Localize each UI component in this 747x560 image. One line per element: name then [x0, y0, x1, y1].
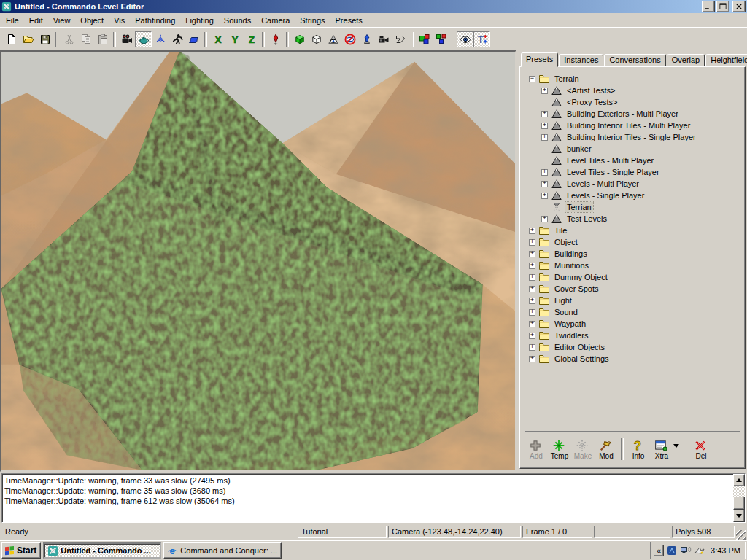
viewport-3d[interactable]	[0, 50, 516, 472]
menu-vis[interactable]: Vis	[109, 15, 130, 26]
tree-item-twiddlers[interactable]: +Twiddlers	[525, 330, 740, 341]
wireframe-view-button[interactable]	[308, 31, 325, 47]
lock-x-button[interactable]: X	[209, 31, 226, 47]
lock-y-button[interactable]: Y	[226, 31, 243, 47]
tab-overlap[interactable]: Overlap	[667, 54, 705, 66]
waypoint-ribbon-button[interactable]	[185, 31, 202, 47]
tab-instances[interactable]: Instances	[559, 54, 603, 66]
expand-box[interactable]: +	[541, 111, 548, 117]
save-button[interactable]	[36, 31, 53, 47]
menu-edit[interactable]: Edit	[24, 15, 48, 26]
new-button[interactable]	[3, 31, 20, 47]
expand-box[interactable]: +	[529, 262, 535, 269]
menu-pathfinding[interactable]: Pathfinding	[130, 15, 180, 26]
expand-box[interactable]: +	[541, 216, 548, 222]
menu-object[interactable]: Object	[75, 15, 109, 26]
log-scrollbar[interactable]	[733, 474, 745, 522]
axis-gizmo-button[interactable]	[152, 31, 169, 47]
spotlight-button[interactable]	[358, 31, 375, 47]
tray-app-icon[interactable]	[666, 545, 678, 556]
expand-box[interactable]: +	[529, 274, 535, 281]
menu-camera[interactable]: Camera	[256, 15, 295, 26]
toggle-visibility-button[interactable]	[457, 31, 473, 47]
menu-lighting[interactable]: Lighting	[180, 15, 219, 26]
temp-button[interactable]: Temp	[548, 439, 571, 460]
expand-box[interactable]: +	[529, 251, 535, 257]
scroll-down-button[interactable]	[733, 510, 745, 522]
tree-item-proxy-tests[interactable]: <Proxy Tests>	[525, 96, 740, 108]
expand-box[interactable]: +	[529, 321, 535, 327]
close-button[interactable]	[732, 1, 746, 12]
collapse-chevron[interactable]: «	[654, 545, 664, 556]
render-teapot-button[interactable]	[135, 31, 152, 47]
lock-z-button[interactable]: Z	[243, 31, 260, 47]
scroll-track[interactable]	[733, 486, 745, 497]
show-selected-button[interactable]	[325, 31, 341, 47]
del-button[interactable]: Del	[689, 439, 713, 460]
tree-item-level-tiles-single-player[interactable]: +Level Tiles - Single Player	[525, 166, 740, 178]
tree-item-building-exteriors-multi-player[interactable]: +Building Exteriors - Multi Player	[525, 108, 740, 120]
menu-file[interactable]: File	[1, 15, 24, 26]
minimize-button[interactable]	[702, 1, 715, 12]
tray-display-icon[interactable]	[680, 545, 692, 556]
tree-item-building-interior-tiles-single-player[interactable]: +Building Interior Tiles - Single Player	[525, 131, 740, 143]
tree-item-object[interactable]: +Object	[525, 236, 740, 248]
tree-item-cover-spots[interactable]: +Cover Spots	[525, 283, 740, 295]
drop-to-ground-button[interactable]	[267, 31, 284, 47]
tab-conversations[interactable]: Conversations	[604, 54, 665, 66]
group-objects-button[interactable]	[416, 31, 433, 47]
expand-box[interactable]: +	[529, 298, 535, 304]
hide-selected-button[interactable]	[341, 31, 358, 47]
expand-box[interactable]: +	[529, 228, 535, 234]
expand-box[interactable]: +	[529, 309, 535, 316]
expand-box[interactable]: +	[541, 122, 548, 129]
tab-presets[interactable]: Presets	[521, 52, 558, 67]
task-button-command-and-conquer[interactable]: eCommand and Conquer: ...	[163, 542, 282, 559]
solid-view-button[interactable]	[291, 31, 308, 47]
tree-item-sound[interactable]: +Sound	[525, 306, 740, 318]
task-button-untitled-commando[interactable]: Untitled - Commando ...	[43, 542, 161, 559]
tab-heightfield[interactable]: Heightfield	[705, 54, 747, 66]
menu-strings[interactable]: Strings	[295, 15, 330, 26]
tree-item-levels-multi-player[interactable]: +Levels - Multi Player	[525, 178, 740, 190]
tree-item-artist-tests[interactable]: +<Artist Tests>	[525, 85, 740, 96]
movie-camera-button[interactable]	[118, 31, 135, 47]
expand-box[interactable]: +	[529, 286, 535, 292]
tree-item-editor-objects[interactable]: +Editor Objects	[525, 341, 740, 353]
tree-item-global-settings[interactable]: +Global Settings	[525, 353, 740, 365]
expand-box[interactable]: +	[541, 192, 548, 199]
tree-item-levels-single-player[interactable]: +Levels - Single Player	[525, 190, 740, 201]
xtra-dropdown-button[interactable]	[672, 439, 681, 452]
log-list[interactable]: TimeManager::Update: warning, frame 33 w…	[2, 474, 733, 522]
tree-item-level-tiles-multi-player[interactable]: Level Tiles - Multi Player	[525, 155, 740, 166]
walk-through-button[interactable]	[169, 31, 185, 47]
tree-item-munitions[interactable]: +Munitions	[525, 260, 740, 271]
expand-box[interactable]: +	[529, 356, 535, 362]
maximize-button[interactable]	[716, 1, 729, 12]
expand-box[interactable]: +	[541, 88, 548, 94]
tree-item-test-levels[interactable]: +Test Levels	[525, 213, 740, 225]
start-button[interactable]: Start	[1, 542, 41, 559]
tree-item-building-interior-tiles-multi-player[interactable]: +Building Interior Tiles - Multi Player	[525, 120, 740, 131]
expand-box[interactable]: +	[529, 344, 535, 351]
ungroup-objects-button[interactable]	[433, 31, 449, 47]
tree-item-terrian[interactable]: Terrian	[525, 201, 740, 213]
tree-item-bunker[interactable]: bunker	[525, 143, 740, 155]
tree-item-terrain[interactable]: −Terrain	[525, 73, 740, 85]
mod-button[interactable]: Mod	[595, 439, 618, 460]
presets-tree[interactable]: −Terrain+<Artist Tests><Proxy Tests>+Bui…	[525, 71, 740, 428]
expand-box[interactable]: +	[541, 181, 548, 187]
scroll-thumb[interactable]	[733, 497, 745, 510]
xtra-button[interactable]: Xtra	[650, 439, 673, 460]
expand-box[interactable]: +	[529, 332, 535, 339]
menu-presets[interactable]: Presets	[330, 15, 368, 26]
tray-gpu-bird-icon[interactable]	[694, 545, 705, 556]
tree-item-light[interactable]: +Light	[525, 295, 740, 306]
camera-view-button[interactable]	[375, 31, 392, 47]
open-button[interactable]	[20, 31, 36, 47]
scroll-up-button[interactable]	[733, 474, 745, 486]
menu-view[interactable]: View	[48, 15, 76, 26]
resize-grip[interactable]	[736, 530, 746, 540]
tree-item-waypath[interactable]: +Waypath	[525, 318, 740, 330]
tree-item-tile[interactable]: +Tile	[525, 225, 740, 236]
